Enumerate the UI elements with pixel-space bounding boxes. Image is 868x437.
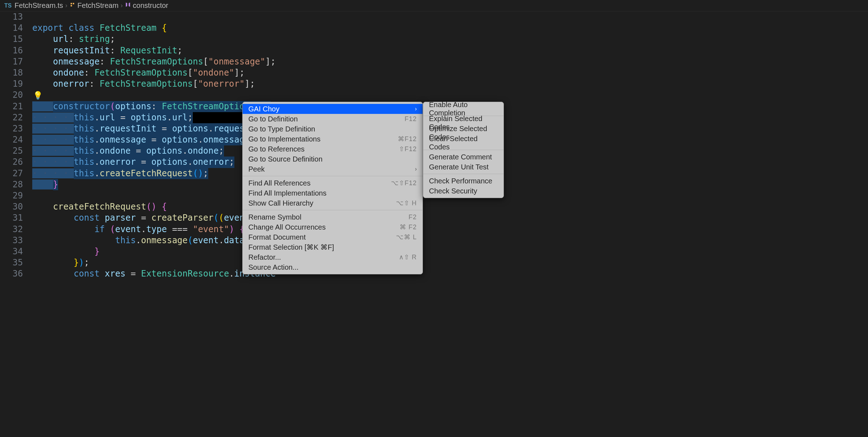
line-number: 29 bbox=[0, 190, 23, 201]
code-line[interactable]: constructor(options: FetchStreamOptions)… bbox=[32, 101, 276, 112]
code-line[interactable]: export class FetchStream { bbox=[32, 23, 276, 34]
menu-item-go-to-references[interactable]: Go to References ⇧F12 bbox=[243, 144, 423, 154]
code-content[interactable]: export class FetchStream { url: string; … bbox=[32, 11, 276, 280]
line-number: 30 bbox=[0, 201, 23, 212]
menu-item-check-performance[interactable]: Check Performance bbox=[423, 176, 504, 186]
line-number: 15 bbox=[0, 34, 23, 45]
menu-item-source-action[interactable]: Source Action... bbox=[243, 262, 423, 272]
menu-item-format-document[interactable]: Format Document ⌥⌘ L bbox=[243, 232, 423, 242]
menu-item-show-call-hierarchy[interactable]: Show Call Hierarchy ⌥⇧ H bbox=[243, 198, 423, 208]
menu-shortcut: ⌥⇧F12 bbox=[391, 179, 417, 187]
typescript-file-icon: TS bbox=[4, 3, 11, 9]
menu-item-generate-unit-test[interactable]: Generate Unit Test bbox=[423, 162, 504, 172]
code-line[interactable]: ondone: FetchStreamOptions["ondone"]; bbox=[32, 67, 276, 78]
code-line[interactable]: const xres = ExtensionResource.instance bbox=[32, 268, 276, 279]
lightbulb-icon[interactable]: 💡 bbox=[33, 91, 43, 100]
menu-item-label: Clean Selected Codes bbox=[429, 135, 498, 151]
menu-item-find-all-references[interactable]: Find All References ⌥⇧F12 bbox=[243, 178, 423, 188]
line-number: 13 bbox=[0, 11, 23, 23]
menu-item-label: Change All Occurrences bbox=[248, 223, 326, 231]
menu-item-clean-selected-codes[interactable]: Clean Selected Codes bbox=[423, 138, 504, 148]
code-line[interactable]: · · · · this.ondone = options.ondone; bbox=[32, 145, 276, 157]
menu-item-rename-symbol[interactable]: Rename Symbol F2 bbox=[243, 212, 423, 222]
menu-item-peek[interactable]: Peek › bbox=[243, 164, 423, 174]
menu-item-label: Refactor... bbox=[248, 253, 281, 261]
code-line[interactable] bbox=[32, 11, 276, 23]
menu-item-go-to-definition[interactable]: Go to Definition F12 bbox=[243, 114, 423, 124]
menu-item-label: Find All References bbox=[248, 179, 310, 187]
menu-item-label: Format Selection [⌘K ⌘F] bbox=[248, 243, 334, 251]
menu-item-label: Go to Type Definition bbox=[248, 125, 315, 133]
menu-item-generate-comment[interactable]: Generate Comment bbox=[423, 152, 504, 162]
menu-item-change-all-occurrences[interactable]: Change All Occurrences ⌘ F2 bbox=[243, 222, 423, 232]
constructor-symbol-icon bbox=[125, 2, 131, 9]
code-line[interactable] bbox=[32, 90, 276, 101]
menu-item-label: Check Performance bbox=[429, 177, 492, 185]
menu-item-label: Source Action... bbox=[248, 263, 299, 272]
menu-shortcut: ∧⇧ R bbox=[399, 253, 417, 261]
menu-item-go-to-implementations[interactable]: Go to Implementations ⌘F12 bbox=[243, 134, 423, 144]
line-number: 27 bbox=[0, 168, 23, 179]
line-number: 22 bbox=[0, 112, 23, 123]
menu-item-label: Go to References bbox=[248, 145, 305, 153]
menu-separator bbox=[243, 176, 423, 176]
chevron-right-icon: › bbox=[415, 166, 417, 172]
line-number: 25 bbox=[0, 145, 23, 157]
breadcrumb-symbol[interactable]: constructor bbox=[133, 1, 168, 10]
menu-item-go-to-type-definition[interactable]: Go to Type Definition bbox=[243, 124, 423, 134]
menu-item-go-to-source-definition[interactable]: Go to Source Definition bbox=[243, 154, 423, 164]
code-line[interactable]: url: string; bbox=[32, 34, 276, 45]
menu-item-label: Go to Implementations bbox=[248, 135, 320, 143]
menu-shortcut: F12 bbox=[405, 115, 417, 123]
line-number: 21 bbox=[0, 101, 23, 112]
line-number: 16 bbox=[0, 45, 23, 56]
code-line[interactable]: }); bbox=[32, 257, 276, 268]
line-number-gutter: 13 14 15 16 17 18 19 20 21 22 23 24 25 2… bbox=[0, 11, 32, 280]
menu-item-gai-choy[interactable]: GAI Choy › bbox=[243, 104, 423, 114]
menu-item-label: Show Call Hierarchy bbox=[248, 199, 313, 207]
context-menu[interactable]: GAI Choy › Go to Definition F12 Go to Ty… bbox=[242, 102, 423, 274]
chevron-right-icon: › bbox=[121, 2, 123, 9]
line-number: 34 bbox=[0, 246, 23, 257]
breadcrumb-class[interactable]: FetchStream bbox=[77, 1, 118, 10]
line-number: 35 bbox=[0, 257, 23, 268]
line-number: 26 bbox=[0, 157, 23, 168]
code-line[interactable]: createFetchRequest() { bbox=[32, 201, 276, 212]
breadcrumb[interactable]: TS FetchStream.ts › FetchStream › constr… bbox=[0, 0, 868, 11]
code-line[interactable]: if (event.type === "event") { bbox=[32, 224, 276, 235]
menu-item-enable-auto-completion[interactable]: Enable Auto Completion bbox=[423, 104, 504, 114]
line-number: 32 bbox=[0, 224, 23, 235]
code-line[interactable]: onerror: FetchStreamOptions["onerror"]; bbox=[32, 78, 276, 90]
code-line[interactable]: · · · · this.onerror = options.onerror; bbox=[32, 157, 276, 168]
code-line[interactable]: · · · · this.onmessage = options.onmessa… bbox=[32, 134, 276, 145]
menu-shortcut: ⌘ F2 bbox=[400, 223, 417, 231]
menu-item-label: Peek bbox=[248, 165, 265, 173]
code-line[interactable] bbox=[32, 190, 276, 201]
code-line[interactable]: } bbox=[32, 246, 276, 257]
menu-item-format-selection[interactable]: Format Selection [⌘K ⌘F] bbox=[243, 242, 423, 252]
menu-item-label: Generate Comment bbox=[429, 153, 492, 161]
menu-item-refactor[interactable]: Refactor... ∧⇧ R bbox=[243, 252, 423, 262]
menu-item-label: GAI Choy bbox=[248, 105, 280, 113]
line-number: 33 bbox=[0, 235, 23, 246]
line-number: 18 bbox=[0, 67, 23, 78]
menu-item-label: Check Security bbox=[429, 187, 477, 195]
context-submenu[interactable]: Enable Auto Completion Explain Selected … bbox=[423, 102, 504, 198]
code-line[interactable]: this.onmessage(event.data); bbox=[32, 235, 276, 246]
code-line[interactable]: const parser = createParser((event: Par bbox=[32, 212, 276, 224]
code-line[interactable]: requestInit: RequestInit; bbox=[32, 45, 276, 56]
code-line[interactable]: } bbox=[32, 179, 276, 190]
line-number: 19 bbox=[0, 78, 23, 90]
menu-item-check-security[interactable]: Check Security bbox=[423, 186, 504, 196]
code-line[interactable]: · · · · this.requestInit = options.reque… bbox=[32, 123, 276, 134]
line-number: 14 bbox=[0, 23, 23, 34]
breadcrumb-file[interactable]: FetchStream.ts bbox=[14, 1, 63, 10]
menu-shortcut: F2 bbox=[409, 213, 417, 221]
menu-item-find-all-implementations[interactable]: Find All Implementations bbox=[243, 188, 423, 198]
code-line[interactable]: onmessage: FetchStreamOptions["onmessage… bbox=[32, 56, 276, 67]
code-line[interactable]: · · · · this.createFetchRequest(); bbox=[32, 168, 276, 179]
menu-separator bbox=[243, 210, 423, 210]
menu-shortcut: ⌥⌘ L bbox=[396, 233, 417, 241]
code-line[interactable]: · · · · this.url = options.url; bbox=[32, 112, 276, 123]
line-number: 23 bbox=[0, 123, 23, 134]
